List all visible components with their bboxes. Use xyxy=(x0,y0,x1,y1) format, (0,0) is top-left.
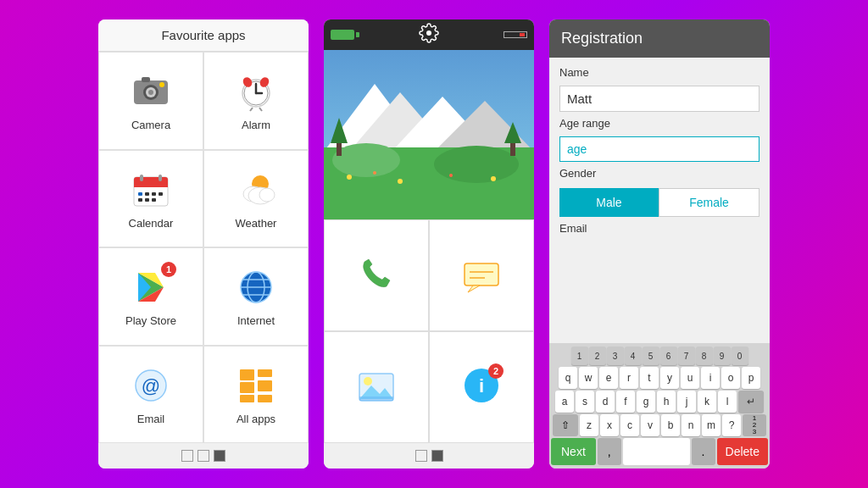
next-button[interactable]: Next xyxy=(551,438,596,465)
playstore-label: Play Store xyxy=(125,314,176,327)
internet-icon xyxy=(235,266,277,308)
delete-button[interactable]: Delete xyxy=(717,438,768,465)
key-v[interactable]: v xyxy=(641,414,659,436)
key-9[interactable]: 9 xyxy=(714,347,731,365)
wallpaper-svg xyxy=(324,50,534,219)
key-8[interactable]: 8 xyxy=(696,347,713,365)
key-6[interactable]: 6 xyxy=(660,347,677,365)
phone-call-icon xyxy=(356,255,397,296)
key-0[interactable]: 0 xyxy=(732,347,748,365)
app-playstore[interactable]: 1 Play Store xyxy=(98,247,203,346)
key-j[interactable]: j xyxy=(677,391,696,413)
svg-rect-47 xyxy=(258,395,272,402)
gallery-icon xyxy=(356,367,397,408)
app-camera[interactable]: Camera xyxy=(98,52,203,150)
key-shift[interactable]: ⇧ xyxy=(553,414,578,436)
svg-rect-44 xyxy=(240,395,254,402)
phone-call-cell[interactable] xyxy=(324,219,429,331)
key-c[interactable]: c xyxy=(620,414,639,436)
svg-rect-23 xyxy=(138,198,142,202)
key-2[interactable]: 2 xyxy=(589,347,606,365)
allapps-icon xyxy=(235,364,277,407)
key-w[interactable]: w xyxy=(579,367,598,389)
key-h[interactable]: h xyxy=(657,391,676,413)
key-y[interactable]: y xyxy=(660,367,679,389)
gender-row: Male Female xyxy=(559,188,760,217)
key-a[interactable]: a xyxy=(555,391,574,413)
key-period[interactable]: . xyxy=(692,438,715,465)
internet-label: Internet xyxy=(237,314,275,327)
key-e[interactable]: e xyxy=(599,367,618,389)
key-f[interactable]: f xyxy=(616,391,635,413)
svg-rect-18 xyxy=(159,175,162,181)
app-weather[interactable]: Weather xyxy=(203,150,309,248)
svg-point-57 xyxy=(347,175,352,180)
key-t[interactable]: t xyxy=(640,367,659,389)
phone-info-cell[interactable]: i 2 xyxy=(429,331,534,443)
settings-icon[interactable] xyxy=(419,23,439,43)
svg-rect-24 xyxy=(145,198,149,202)
svg-point-5 xyxy=(159,82,164,87)
key-z[interactable]: z xyxy=(580,414,598,436)
age-label: Age range xyxy=(559,117,760,130)
phone-messages-cell[interactable] xyxy=(429,219,534,331)
phone-grid: i 2 xyxy=(324,219,534,443)
phone-gallery-cell[interactable] xyxy=(324,331,429,443)
calendar-icon xyxy=(130,169,172,211)
key-1[interactable]: 1 xyxy=(571,347,588,365)
battery-tip xyxy=(356,32,359,37)
phone-dot-2[interactable] xyxy=(431,450,443,462)
battery-body xyxy=(331,30,354,40)
key-m[interactable]: m xyxy=(702,414,721,436)
gender-male-button[interactable]: Male xyxy=(559,188,659,217)
key-p[interactable]: p xyxy=(742,367,760,389)
key-n[interactable]: n xyxy=(682,414,700,436)
key-7[interactable]: 7 xyxy=(678,347,695,365)
key-question[interactable]: ? xyxy=(722,414,741,436)
svg-point-71 xyxy=(364,377,372,385)
key-l[interactable]: l xyxy=(718,391,737,413)
key-g[interactable]: g xyxy=(637,391,655,413)
svg-rect-21 xyxy=(152,192,156,196)
key-u[interactable]: u xyxy=(681,367,699,389)
playstore-badge: 1 xyxy=(161,262,176,277)
key-5[interactable]: 5 xyxy=(643,347,659,365)
app-alarm[interactable]: Alarm xyxy=(203,52,309,150)
key-q[interactable]: q xyxy=(559,367,577,389)
phone-dot-1[interactable] xyxy=(415,450,427,462)
key-k[interactable]: k xyxy=(698,391,716,413)
app-internet[interactable]: Internet xyxy=(203,247,309,346)
dot-2[interactable] xyxy=(198,450,209,462)
svg-rect-66 xyxy=(465,263,498,286)
app-email[interactable]: @ Email xyxy=(98,346,203,444)
dot-3[interactable] xyxy=(214,450,225,462)
key-d[interactable]: d xyxy=(596,391,615,413)
registration-title: Registration xyxy=(549,19,770,58)
app-calendar[interactable]: Calendar xyxy=(98,150,203,248)
svg-rect-19 xyxy=(138,192,142,196)
age-input[interactable]: age xyxy=(559,136,760,162)
key-s[interactable]: s xyxy=(576,391,594,413)
key-comma[interactable]: , xyxy=(598,438,621,465)
keyboard: 1 2 3 4 5 6 7 8 9 0 q w e r t y u i o p … xyxy=(549,343,770,469)
svg-point-61 xyxy=(491,176,496,181)
dot-1[interactable] xyxy=(181,450,193,462)
panel1-dots xyxy=(98,443,309,469)
key-i[interactable]: i xyxy=(701,367,720,389)
key-b[interactable]: b xyxy=(661,414,680,436)
gender-female-button[interactable]: Female xyxy=(659,188,760,217)
svg-point-48 xyxy=(426,30,431,36)
messages-icon xyxy=(461,255,502,296)
key-num-toggle[interactable]: 123 xyxy=(743,414,766,436)
key-3[interactable]: 3 xyxy=(607,347,624,365)
key-r[interactable]: r xyxy=(620,367,638,389)
svg-rect-73 xyxy=(359,396,393,401)
key-enter[interactable]: ↵ xyxy=(738,391,764,413)
key-space[interactable] xyxy=(623,438,690,465)
key-o[interactable]: o xyxy=(721,367,740,389)
app-allapps[interactable]: All apps xyxy=(203,346,309,444)
name-input[interactable] xyxy=(559,86,760,112)
key-x[interactable]: x xyxy=(600,414,619,436)
key-4[interactable]: 4 xyxy=(625,347,642,365)
svg-marker-67 xyxy=(468,286,480,292)
